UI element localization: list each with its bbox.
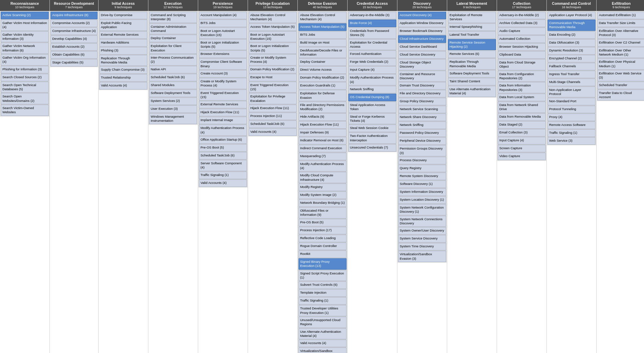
- technique-item[interactable]: Protocol Tunneling: [547, 106, 596, 113]
- technique-item[interactable]: Access Token Manipulation (5): [298, 23, 347, 31]
- technique-item[interactable]: Pre-OS Boot (5): [298, 219, 347, 226]
- technique-item[interactable]: Subvert Trust Controls (6): [298, 281, 347, 289]
- technique-item[interactable]: Group Policy Discovery: [398, 98, 446, 105]
- technique-item[interactable]: File and Directory Permissions Modificat…: [298, 102, 347, 113]
- technique-item[interactable]: Cloud Storage Object Discovery: [398, 59, 446, 70]
- technique-item[interactable]: Data Transfer Size Limits: [597, 20, 644, 27]
- technique-item[interactable]: Audio Capture: [498, 27, 546, 35]
- technique-item[interactable]: Data from Configuration Repositories (2): [498, 71, 546, 82]
- technique-item[interactable]: Ingress Tool Transfer: [547, 71, 596, 78]
- technique-item[interactable]: Remote Service Session Hijacking (2): [448, 39, 496, 50]
- technique-item[interactable]: Traffic Signaling (1): [199, 172, 247, 179]
- technique-item[interactable]: Application Layer Protocol (4): [547, 12, 596, 19]
- technique-item[interactable]: Exploitation of Remote Services: [448, 12, 496, 23]
- technique-item[interactable]: Encrypted Channel (2): [547, 55, 596, 62]
- technique-item[interactable]: Steal or Forge Kerberos Tickets (4): [348, 113, 396, 125]
- technique-item[interactable]: Trusted Developer Utilities Proxy Execut…: [298, 305, 347, 316]
- technique-item[interactable]: Container Administration Command: [149, 23, 197, 35]
- technique-item[interactable]: Boot or Logon Autostart Execution (15): [199, 27, 247, 39]
- technique-item[interactable]: Exploitation for Client Execution: [149, 43, 197, 54]
- technique-item[interactable]: Modify Authentication Process (4): [199, 125, 247, 136]
- technique-item[interactable]: Hardware Additions: [99, 39, 147, 47]
- technique-item[interactable]: Scheduled Transfer: [597, 82, 644, 89]
- technique-item[interactable]: Modify Cloud Compute Infrastructure (4): [298, 172, 347, 183]
- technique-item[interactable]: Permission Groups Discovery (3): [398, 145, 446, 156]
- technique-item[interactable]: Search Open Websites/Domains (2): [1, 93, 49, 104]
- technique-item[interactable]: Signed Script Proxy Execution (1): [298, 270, 347, 281]
- technique-item[interactable]: Unused/Unsupported Cloud Regions: [298, 317, 347, 328]
- technique-item[interactable]: Hijack Execution Flow (11): [298, 121, 347, 129]
- technique-item[interactable]: Account Manipulation (4): [199, 12, 247, 19]
- technique-item[interactable]: Build Image on Host: [298, 39, 347, 47]
- technique-item[interactable]: Hijack Execution Flow (11): [199, 109, 247, 116]
- technique-item[interactable]: Search Victim-Owned Websites: [1, 105, 49, 116]
- technique-item[interactable]: Adversary-in-the-Middle (2): [498, 12, 546, 19]
- technique-item[interactable]: Rootkit: [298, 250, 347, 258]
- technique-item[interactable]: Valid Accounts (4): [249, 128, 297, 136]
- technique-item[interactable]: Email Collection (3): [498, 129, 546, 137]
- technique-item[interactable]: Exfiltration Over Alternative Protocol (…: [597, 27, 644, 39]
- technique-item[interactable]: Direct Volume Access: [298, 66, 347, 74]
- technique-item[interactable]: Reflective Code Loading: [298, 235, 347, 242]
- technique-item[interactable]: File and Directory Discovery: [398, 90, 446, 97]
- technique-item[interactable]: Masquerading (7): [298, 153, 347, 160]
- technique-item[interactable]: Steal Application Access Token: [348, 102, 396, 113]
- technique-item[interactable]: Process Injection (11): [249, 113, 297, 120]
- technique-item[interactable]: System Location Discovery (1): [398, 196, 446, 204]
- technique-item[interactable]: Clipboard Data: [498, 51, 546, 59]
- technique-item[interactable]: OS Credential Dumping (8): [348, 94, 396, 101]
- technique-item[interactable]: System Time Discovery: [398, 243, 446, 250]
- technique-item[interactable]: Cloud Infrastructure Discovery: [398, 35, 446, 43]
- technique-item[interactable]: Abuse Elevation Control Mechanism (4): [249, 12, 297, 23]
- technique-item[interactable]: Access Token Manipulation (5): [249, 23, 297, 31]
- technique-item[interactable]: Software Deployment Tools: [448, 70, 496, 78]
- technique-item[interactable]: Scheduled Task/Job (6): [199, 152, 247, 160]
- technique-item[interactable]: Replication Through Removable Media: [448, 58, 496, 70]
- technique-item[interactable]: Proxy (4): [547, 114, 596, 121]
- technique-item[interactable]: Boot or Logon Initialization Scripts (5): [199, 39, 247, 50]
- technique-item[interactable]: Trusted Relationship: [99, 74, 147, 82]
- technique-item[interactable]: Virtualization/Sandbox Evasion (3): [298, 348, 347, 353]
- technique-item[interactable]: Deploy Container: [298, 58, 347, 66]
- technique-item[interactable]: Search Open Technical Databases (5): [1, 82, 49, 93]
- technique-item[interactable]: Gather Victim Org Information (4): [1, 54, 49, 66]
- technique-item[interactable]: Credentials from Password Stores (5): [348, 27, 396, 39]
- technique-item[interactable]: Exfiltration Over Web Service (3): [597, 70, 644, 81]
- technique-item[interactable]: Modify System Image (2): [298, 191, 347, 199]
- technique-item[interactable]: Internal Spearphishing: [448, 23, 496, 31]
- technique-item[interactable]: Indirect Command Execution: [298, 145, 347, 152]
- technique-item[interactable]: Data from Local System: [498, 94, 546, 101]
- technique-item[interactable]: Gather Victim Network Information (6): [1, 43, 49, 54]
- technique-item[interactable]: Multi-Stage Channels: [547, 79, 596, 86]
- technique-item[interactable]: Scheduled Task/Job (6): [249, 120, 297, 128]
- technique-item[interactable]: Windows Management Instrumentation: [149, 113, 197, 125]
- technique-item[interactable]: Unsecured Credentials (7): [348, 144, 396, 152]
- technique-item[interactable]: Drive-by Compromise: [99, 12, 147, 19]
- technique-item[interactable]: Network Boundary Bridging (1): [298, 199, 347, 207]
- technique-item[interactable]: Process Discovery: [398, 157, 446, 164]
- technique-item[interactable]: Use Alternate Authentication Material (4…: [448, 86, 496, 97]
- technique-item[interactable]: Application Window Discovery: [398, 20, 446, 27]
- technique-item[interactable]: Data Obfuscation (3): [547, 39, 596, 47]
- technique-item[interactable]: Escape to Host: [249, 74, 297, 81]
- technique-item[interactable]: Exploitation for Credential Access: [348, 39, 396, 50]
- technique-item[interactable]: Exfiltration Over Physical Medium (1): [597, 58, 644, 70]
- technique-item[interactable]: Inter-Process Communication (2): [149, 54, 197, 66]
- technique-item[interactable]: Valid Accounts (4): [199, 179, 247, 187]
- technique-item[interactable]: Adversary-in-the-Middle (3): [348, 12, 396, 19]
- technique-item[interactable]: Obfuscated Files or Information (9): [298, 207, 347, 219]
- technique-item[interactable]: Execution Guardrails (1): [298, 82, 347, 90]
- technique-item[interactable]: Boot or Logon Initialization Scripts (5): [249, 43, 297, 54]
- technique-item[interactable]: Exploit Public-Facing Application: [99, 20, 147, 31]
- technique-item[interactable]: Rogue Domain Controller: [298, 243, 347, 250]
- technique-item[interactable]: Data from Cloud Storage Object: [498, 59, 546, 70]
- technique-item[interactable]: Remote Access Software: [547, 121, 596, 129]
- technique-item[interactable]: External Remote Services: [199, 101, 247, 108]
- technique-item[interactable]: Brute Force (4): [348, 20, 396, 27]
- technique-item[interactable]: Password Policy Discovery: [398, 129, 446, 137]
- technique-item[interactable]: Web Service (3): [547, 137, 596, 145]
- technique-item[interactable]: Peripheral Device Discovery: [398, 137, 446, 145]
- technique-item[interactable]: Query Registry: [398, 165, 446, 172]
- technique-item[interactable]: Software Deployment Tools: [149, 90, 197, 97]
- technique-item[interactable]: System Network Configuration Discovery (…: [398, 204, 446, 215]
